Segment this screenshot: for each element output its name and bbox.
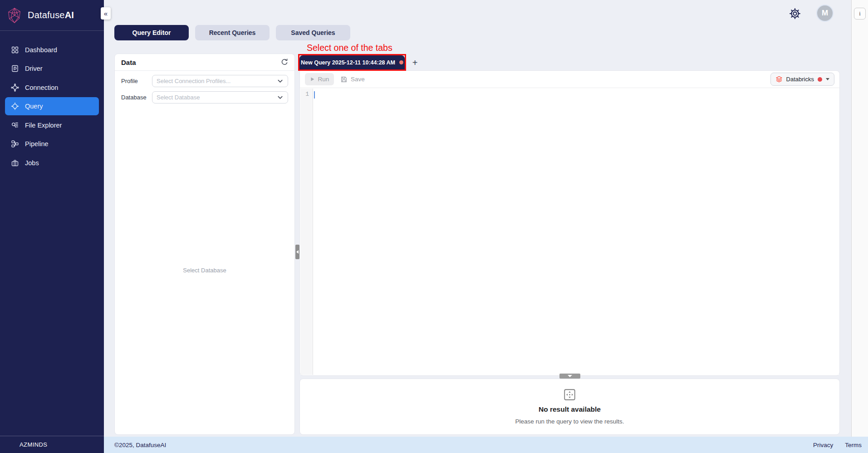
settings-button[interactable] — [789, 7, 801, 20]
plus-icon: + — [412, 58, 418, 68]
collapse-left-arrow-icon — [296, 250, 299, 254]
editor-toolbar: Run Save Databricks — [300, 71, 839, 88]
result-empty-title: No result available — [539, 405, 601, 414]
connection-icon — [11, 84, 19, 92]
info-icon: i — [859, 10, 861, 17]
tab-query-editor[interactable]: Query Editor — [114, 25, 189, 40]
org-name: AZMINDS — [20, 441, 47, 448]
unsaved-dot-icon — [399, 60, 403, 64]
text-cursor — [314, 91, 315, 98]
refresh-button[interactable] — [281, 59, 288, 66]
data-panel-title: Data — [121, 59, 136, 66]
line-number: 1 — [305, 91, 309, 98]
sidebar-item-query[interactable]: Query — [5, 97, 99, 115]
gear-icon — [789, 7, 801, 20]
sidebar-item-label: Pipeline — [25, 140, 49, 148]
avatar-initial: M — [822, 9, 828, 18]
sidebar-item-label: File Explorer — [25, 122, 62, 129]
jobs-icon — [11, 159, 19, 167]
save-button[interactable]: Save — [340, 76, 365, 83]
caret-down-icon — [826, 78, 829, 80]
database-field-row: Database Select Database — [115, 87, 294, 103]
databricks-icon — [775, 76, 783, 83]
collapse-chevrons-icon: « — [104, 10, 108, 17]
pipeline-icon — [11, 140, 19, 148]
play-icon — [310, 77, 315, 82]
result-collapse-handle[interactable] — [559, 374, 580, 379]
no-result-icon — [564, 389, 576, 401]
sidebar-item-label: Query — [25, 103, 43, 110]
file-explorer-icon — [11, 121, 19, 129]
app-root: DatafuseAI Dashboard — [0, 0, 868, 453]
tab-recent-queries[interactable]: Recent Queries — [195, 25, 270, 40]
privacy-link[interactable]: Privacy — [813, 442, 833, 448]
view-tabs: Query Editor Recent Queries Saved Querie… — [114, 25, 350, 40]
sidebar-nav: Dashboard Driver Connect — [0, 40, 104, 172]
result-empty-message: Please run the query to view the results… — [515, 418, 624, 425]
sidebar-item-driver[interactable]: Driver — [5, 59, 99, 78]
query-tab[interactable]: New Query 2025-12-11 10:44:28 AM — [299, 55, 405, 69]
data-panel-empty-text: Select Database — [115, 267, 294, 274]
data-panel-header: Data — [115, 54, 294, 71]
profile-field-row: Profile Select Connection Profiles... — [115, 71, 294, 87]
line-number-gutter: 1 — [300, 89, 313, 375]
sidebar-item-jobs[interactable]: Jobs — [5, 154, 99, 172]
dashboard-icon — [11, 46, 19, 54]
database-select[interactable]: Select Database — [152, 91, 288, 103]
driver-icon — [11, 64, 19, 73]
sidebar-item-label: Connection — [25, 84, 58, 91]
brand-logo: DatafuseAI — [0, 0, 104, 31]
refresh-icon — [281, 59, 288, 66]
editor-body: 1 — [300, 89, 839, 375]
annotation-label: Select one of the tabs — [307, 43, 392, 53]
data-panel: Data Profile Select Connection Profiles.… — [114, 54, 295, 435]
sidebar-item-file-explorer[interactable]: File Explorer — [5, 116, 99, 134]
sidebar-collapse-button[interactable]: « — [101, 7, 111, 20]
sidebar-item-connection[interactable]: Connection — [5, 79, 99, 97]
editor-panel: Run Save Databricks — [299, 70, 840, 376]
sidebar-item-label: Dashboard — [25, 46, 57, 54]
copyright-text: ©2025, DatafuseAI — [114, 442, 166, 448]
panel-resize-handle[interactable] — [295, 245, 299, 259]
collapse-down-arrow-icon — [568, 375, 572, 377]
sidebar-item-label: Driver — [25, 65, 43, 72]
terms-link[interactable]: Terms — [845, 442, 862, 448]
info-button[interactable]: i — [854, 8, 866, 20]
result-panel: No result available Please run the query… — [299, 379, 840, 435]
brand-name: DatafuseAI — [28, 10, 74, 20]
sidebar-item-dashboard[interactable]: Dashboard — [5, 41, 99, 59]
save-icon — [340, 76, 348, 83]
datafuse-logo-icon — [6, 7, 23, 24]
footer: ©2025, DatafuseAI Privacy Terms — [104, 437, 868, 453]
footer-links: Privacy Terms — [813, 442, 862, 448]
run-button[interactable]: Run — [305, 73, 334, 85]
connector-status-dot-icon — [818, 77, 822, 82]
database-label: Database — [121, 94, 148, 101]
query-tab-title: New Query 2025-12-11 10:44:28 AM — [301, 59, 395, 66]
connector-name: Databricks — [786, 76, 814, 83]
right-rail: i — [851, 0, 868, 437]
sidebar-footer: AZMINDS — [0, 436, 104, 453]
sidebar: DatafuseAI Dashboard — [0, 0, 104, 453]
chevron-down-icon — [277, 78, 284, 84]
profile-label: Profile — [121, 78, 148, 84]
chevron-down-icon — [277, 94, 284, 101]
query-icon — [11, 102, 19, 110]
connector-select[interactable]: Databricks — [770, 73, 834, 86]
sidebar-item-label: Jobs — [25, 159, 39, 167]
sql-editor-input[interactable] — [313, 89, 839, 375]
profile-select[interactable]: Select Connection Profiles... — [152, 75, 288, 87]
user-avatar[interactable]: M — [816, 5, 834, 22]
add-tab-button[interactable]: + — [409, 57, 421, 69]
tab-saved-queries[interactable]: Saved Queries — [276, 25, 350, 40]
sidebar-item-pipeline[interactable]: Pipeline — [5, 135, 99, 153]
